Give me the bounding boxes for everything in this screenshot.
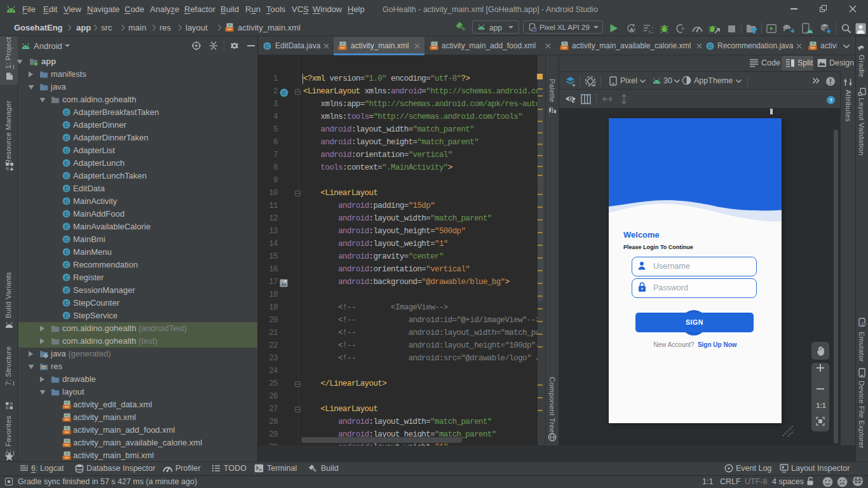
svg-text:<>: <> [64, 443, 69, 447]
svg-text:<>: <> [64, 430, 69, 435]
svg-text:<>: <> [64, 417, 69, 422]
svg-text:C: C [64, 211, 69, 217]
svg-text:<>: <> [562, 46, 567, 50]
svg-text:C: C [64, 274, 69, 281]
svg-text:C: C [64, 287, 69, 294]
svg-text:C: C [282, 89, 287, 96]
svg-text:C: C [64, 147, 69, 154]
svg-text:?: ? [829, 97, 833, 104]
svg-text:C: C [265, 43, 269, 50]
svg-text:C: C [64, 173, 69, 179]
svg-text:C: C [708, 43, 712, 50]
svg-text:C: C [64, 186, 69, 192]
svg-text:C: C [64, 224, 69, 230]
svg-text:C: C [64, 300, 69, 306]
svg-text:A: A [630, 27, 634, 32]
svg-text:<>: <> [64, 405, 69, 409]
svg-text:C: C [64, 198, 69, 205]
svg-text:C: C [64, 109, 69, 116]
svg-text:<>: <> [64, 456, 69, 460]
svg-text:<>: <> [227, 27, 232, 32]
svg-text:C: C [64, 236, 69, 243]
svg-text:<>: <> [340, 46, 345, 50]
svg-text:C: C [64, 249, 69, 255]
svg-text:<>: <> [431, 46, 437, 50]
svg-text:C: C [64, 135, 69, 141]
svg-text:C: C [64, 262, 69, 268]
svg-text:<>: <> [810, 46, 815, 50]
svg-text:C: C [64, 313, 69, 319]
svg-text:C: C [64, 122, 69, 128]
svg-text:C: C [64, 160, 69, 166]
